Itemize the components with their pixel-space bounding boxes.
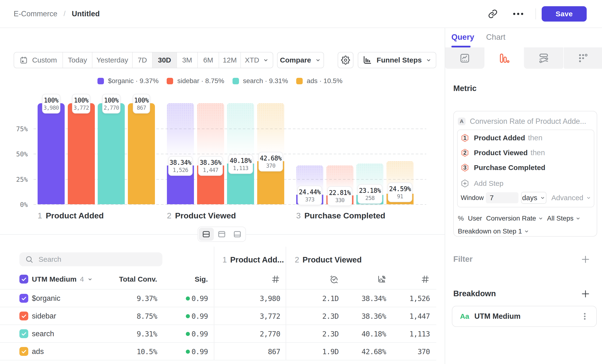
- y-axis-label: 25%: [9, 176, 28, 183]
- kebab-menu-button[interactable]: [580, 306, 590, 326]
- bar-value-label: 40.18%1,113: [228, 154, 253, 174]
- step-number: 3: [296, 211, 301, 220]
- select-all-checkbox[interactable]: [19, 275, 28, 284]
- metric-header: A Conversion Rate of Product Adde...: [458, 117, 586, 126]
- metric-card[interactable]: A Conversion Rate of Product Adde... 1Pr…: [453, 111, 597, 236]
- search-placeholder: Search: [39, 255, 61, 263]
- funnel-bar[interactable]: [128, 103, 155, 204]
- row-checkbox[interactable]: [19, 311, 28, 321]
- search-input[interactable]: Search: [19, 252, 162, 266]
- step-number-badge: 2: [461, 148, 469, 158]
- funnel-bar[interactable]: [68, 103, 95, 204]
- bar-value-label: 38.36%1,447: [198, 156, 223, 176]
- then-connector: then: [528, 134, 542, 142]
- add-step-button[interactable]: Add Step: [461, 179, 503, 188]
- total-conv-value: 9.37%: [137, 289, 157, 307]
- table-header-row: UTM Medium4Total Conv.Sig.: [0, 269, 436, 289]
- breadcrumb-project[interactable]: E-Commerce: [14, 10, 57, 18]
- add-breakdown-button[interactable]: [581, 289, 590, 299]
- table-row[interactable]: search9.31%0.992,7702.3D40.18%1,113: [0, 324, 436, 342]
- total-conv-column-header[interactable]: Total Conv.: [119, 269, 157, 289]
- funnel-bar[interactable]: [98, 103, 125, 204]
- plus-icon: [581, 289, 590, 299]
- bar-percent: 100%: [43, 96, 59, 104]
- measure-entity[interactable]: User: [468, 214, 482, 222]
- funnel-step-label: 2Product Viewed: [167, 211, 236, 220]
- group-column-header[interactable]: UTM Medium4: [32, 269, 93, 289]
- bar-percent: 22.81%: [329, 189, 351, 197]
- bar-percent: 23.18%: [359, 187, 381, 195]
- view-tab-funnel[interactable]: [484, 47, 524, 69]
- measure-metric[interactable]: Conversion Rate: [486, 214, 536, 222]
- retention-icon: [578, 53, 589, 64]
- row-checkbox[interactable]: [19, 294, 28, 303]
- bar-percent: 24.44%: [299, 188, 321, 196]
- topbar-actions: Save: [485, 0, 602, 28]
- bar-value-label: 42.68%370: [258, 152, 283, 171]
- row-name: search: [32, 325, 54, 343]
- metric-step-row[interactable]: 2Product Viewedthen: [461, 148, 545, 158]
- save-button[interactable]: Save: [542, 6, 587, 21]
- time-to-convert-icon: [330, 269, 339, 289]
- layout-toggle: [198, 226, 246, 242]
- copy-link-button[interactable]: [485, 6, 500, 21]
- window-unit-select[interactable]: days: [521, 192, 547, 204]
- chevron-down-icon: [586, 195, 591, 201]
- step-name: Product Viewed: [175, 211, 236, 220]
- report-title[interactable]: Untitled: [72, 10, 100, 18]
- layout-panel-bottom-button[interactable]: [230, 228, 245, 241]
- table-row[interactable]: ads10.5%0.998671.9D42.68%370: [0, 342, 436, 360]
- table-row[interactable]: $organic9.37%0.993,9802.1D38.34%1,526: [0, 289, 436, 307]
- step-number-badge: 3: [461, 163, 469, 172]
- add-filter-button[interactable]: [581, 255, 590, 264]
- chevron-down-icon: [538, 215, 544, 221]
- chevron-down-icon: [87, 276, 93, 282]
- avg-time-value: 2.1D: [322, 289, 339, 307]
- step2-count: 1,447: [409, 307, 430, 325]
- tab-query[interactable]: Query: [452, 28, 474, 46]
- tab-chart[interactable]: Chart: [486, 28, 505, 46]
- bar-count: 1,113: [230, 165, 251, 172]
- sig-value: 0.99: [192, 343, 208, 360]
- bar-percent: 100%: [104, 96, 119, 104]
- layout-split-horizontal-button[interactable]: [199, 228, 214, 241]
- table-step2-header: 2 Product Viewed: [295, 255, 362, 264]
- bar-value-label: 100%2,770: [102, 94, 120, 114]
- chevron-down-icon: [575, 215, 581, 221]
- measure-scope[interactable]: All Steps: [547, 214, 574, 222]
- hash-icon: [271, 269, 280, 289]
- sig-column-header[interactable]: Sig.: [195, 269, 208, 289]
- window-value-input[interactable]: 7: [486, 192, 518, 203]
- layout-panel-top-button[interactable]: [214, 228, 229, 241]
- breakdown-property-card[interactable]: Aa UTM Medium: [452, 306, 597, 327]
- funnel-bar[interactable]: [38, 103, 65, 204]
- percent-symbol: %: [458, 214, 464, 222]
- step-name: Purchase Completed: [304, 211, 385, 220]
- row-checkbox[interactable]: [19, 329, 28, 338]
- active-tab-underline: [452, 46, 471, 47]
- bar-value-label: 100%867: [133, 94, 150, 114]
- bar-percent: 40.18%: [230, 157, 251, 165]
- bar-percent: 100%: [74, 96, 89, 104]
- advanced-toggle[interactable]: Advanced: [551, 194, 591, 202]
- metric-step-row[interactable]: 1Product Addedthen: [461, 133, 542, 143]
- metric-step-row[interactable]: 3Purchase Completed: [461, 163, 545, 172]
- breakdown-on-row[interactable]: Breakdown on Step 1: [458, 226, 533, 236]
- significance-dot: [186, 314, 190, 318]
- total-conv-value: 10.5%: [137, 343, 157, 360]
- more-options-button[interactable]: [511, 6, 526, 21]
- view-tab-retention[interactable]: [563, 47, 602, 69]
- table-row[interactable]: sidebar8.75%0.993,7722.3D38.36%1,447: [0, 307, 436, 324]
- row-checkbox[interactable]: [19, 347, 28, 356]
- plus-hexagon-icon: [461, 179, 469, 188]
- bar-value-label: 100%3,772: [72, 94, 90, 114]
- then-connector: then: [531, 149, 545, 157]
- significance-dot: [186, 297, 190, 300]
- view-tab-flows[interactable]: [524, 47, 563, 69]
- significance-dot: [186, 332, 190, 336]
- sidebar-tabs: Query Chart: [445, 28, 602, 47]
- view-tab-insights[interactable]: [445, 47, 484, 69]
- bar-value-label: 24.59%91: [388, 182, 412, 202]
- step-number: 1: [38, 211, 42, 220]
- bar-value-label: 22.81%330: [328, 186, 352, 206]
